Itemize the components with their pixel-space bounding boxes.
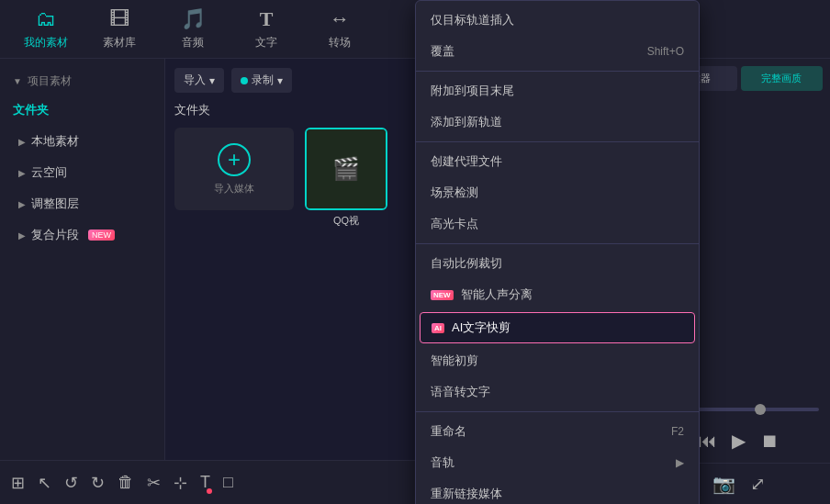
menu-insert-target[interactable]: 仅目标轨道插入 bbox=[416, 5, 699, 36]
divider-4 bbox=[416, 411, 699, 412]
menu-relink-media[interactable]: 重新链接媒体 bbox=[416, 478, 699, 504]
menu-smart-edit-label: 智能初剪 bbox=[431, 353, 478, 369]
menu-highlight-beat[interactable]: 高光卡点 bbox=[416, 208, 699, 240]
menu-rename[interactable]: 重命名 F2 bbox=[416, 416, 699, 447]
divider-2 bbox=[416, 141, 699, 142]
menu-cover[interactable]: 覆盖 Shift+O bbox=[416, 36, 699, 67]
ai-voice-badge: NEW bbox=[431, 290, 454, 300]
menu-add-new-track-label: 添加到新轨道 bbox=[431, 114, 502, 130]
menu-ai-text-clip-label: AI文字快剪 bbox=[452, 319, 510, 336]
menu-cover-shortcut: Shift+O bbox=[647, 45, 684, 58]
menu-add-new-track[interactable]: 添加到新轨道 bbox=[416, 106, 699, 138]
menu-ai-voice-sep-label: 智能人声分离 bbox=[461, 286, 533, 303]
menu-auto-crop-label: 自动比例裁切 bbox=[431, 255, 502, 272]
menu-create-proxy[interactable]: 创建代理文件 bbox=[416, 146, 699, 177]
menu-create-proxy-label: 创建代理文件 bbox=[431, 153, 502, 170]
menu-auto-crop[interactable]: 自动比例裁切 bbox=[416, 248, 699, 279]
menu-rename-label: 重命名 bbox=[431, 423, 466, 440]
menu-scene-detect-label: 场景检测 bbox=[431, 185, 478, 201]
audio-track-arrow: ▶ bbox=[676, 456, 684, 469]
context-menu-overlay: 仅目标轨道插入 覆盖 Shift+O 附加到项目末尾 添加到新轨道 创建代理文件… bbox=[0, 0, 830, 504]
divider-1 bbox=[416, 71, 699, 72]
divider-3 bbox=[416, 243, 699, 244]
menu-rename-shortcut: F2 bbox=[671, 425, 684, 438]
menu-append-end[interactable]: 附加到项目末尾 bbox=[416, 75, 699, 106]
menu-audio-track[interactable]: 音轨 ▶ bbox=[416, 447, 699, 478]
menu-insert-target-label: 仅目标轨道插入 bbox=[431, 12, 514, 28]
menu-smart-edit[interactable]: 智能初剪 bbox=[416, 345, 699, 376]
menu-scene-detect[interactable]: 场景检测 bbox=[416, 177, 699, 208]
menu-audio-track-label: 音轨 bbox=[431, 454, 454, 471]
menu-ai-text-clip[interactable]: AI AI文字快剪 bbox=[420, 312, 695, 343]
menu-ai-voice-sep[interactable]: NEW 智能人声分离 bbox=[416, 279, 699, 310]
menu-highlight-beat-label: 高光卡点 bbox=[431, 216, 478, 232]
menu-speech-to-text[interactable]: 语音转文字 bbox=[416, 376, 699, 408]
menu-cover-label: 覆盖 bbox=[431, 43, 454, 60]
ai-text-badge: AI bbox=[432, 323, 444, 333]
menu-append-end-label: 附加到项目末尾 bbox=[431, 83, 514, 99]
menu-speech-to-text-label: 语音转文字 bbox=[431, 384, 490, 400]
menu-relink-media-label: 重新链接媒体 bbox=[431, 486, 502, 502]
context-menu: 仅目标轨道插入 覆盖 Shift+O 附加到项目末尾 添加到新轨道 创建代理文件… bbox=[415, 0, 700, 504]
